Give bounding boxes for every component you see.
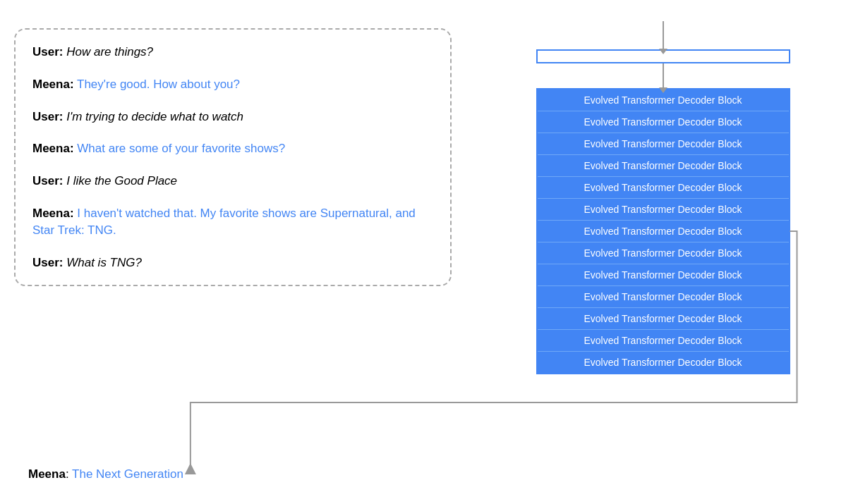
decoder-block: Evolved Transformer Decoder Block [538, 199, 789, 221]
conversation-line: User: I'm trying to decide what to watch [32, 109, 433, 125]
speaker-text: How are things? [66, 45, 153, 59]
main-container: User: How are things?Meena: They're good… [0, 0, 846, 504]
speaker-label: Meena: [32, 142, 74, 155]
conversation-box: User: How are things?Meena: They're good… [14, 28, 452, 286]
decoder-block: Evolved Transformer Decoder Block [538, 308, 789, 330]
conversation-line: Meena: They're good. How about you? [32, 76, 433, 93]
speaker-label: User: [32, 110, 63, 123]
top-arrow [663, 21, 664, 49]
decoder-block: Evolved Transformer Decoder Block [538, 286, 789, 308]
conversation-line: User: How are things? [32, 44, 433, 61]
speaker-text: I like the Good Place [66, 174, 177, 188]
decoder-block: Evolved Transformer Decoder Block [538, 242, 789, 264]
diagram-container: Evolved Transformer Decoder BlockEvolved… [494, 21, 832, 374]
bottom-response: Meena: The Next Generation [28, 467, 183, 481]
decoder-stack: Evolved Transformer Decoder BlockEvolved… [536, 88, 790, 374]
decoder-block: Evolved Transformer Decoder Block [538, 330, 789, 352]
conversation-line: User: What is TNG? [32, 254, 433, 271]
decoder-block: Evolved Transformer Decoder Block [538, 352, 789, 373]
decoder-block: Evolved Transformer Decoder Block [538, 221, 789, 242]
speaker-label: User: [32, 256, 63, 269]
speaker-label: Meena: [32, 207, 74, 220]
speaker-text: I'm trying to decide what to watch [66, 110, 243, 123]
decoder-block: Evolved Transformer Decoder Block [538, 264, 789, 286]
decoder-block: Evolved Transformer Decoder Block [538, 111, 789, 133]
speaker-text: What is TNG? [66, 256, 142, 269]
conversation-line: Meena: I haven't watched that. My favori… [32, 205, 433, 239]
conversation-line: Meena: What are some of your favorite sh… [32, 140, 433, 157]
speaker-label: User: [32, 45, 63, 59]
speaker-text: I haven't watched that. My favorite show… [32, 207, 416, 237]
bottom-speaker-label: Meena [28, 467, 66, 481]
bottom-separator: : [66, 467, 72, 481]
bottom-response-text: The Next Generation [72, 467, 183, 481]
decoder-block: Evolved Transformer Decoder Block [538, 177, 789, 199]
conversation-line: User: I like the Good Place [32, 173, 433, 190]
middle-arrow [663, 63, 664, 88]
decoder-block: Evolved Transformer Decoder Block [538, 155, 789, 177]
speaker-text: They're good. How about you? [77, 78, 240, 91]
speaker-label: Meena: [32, 78, 74, 91]
speaker-text: What are some of your favorite shows? [77, 142, 285, 155]
decoder-block: Evolved Transformer Decoder Block [538, 133, 789, 155]
speaker-label: User: [32, 174, 63, 188]
